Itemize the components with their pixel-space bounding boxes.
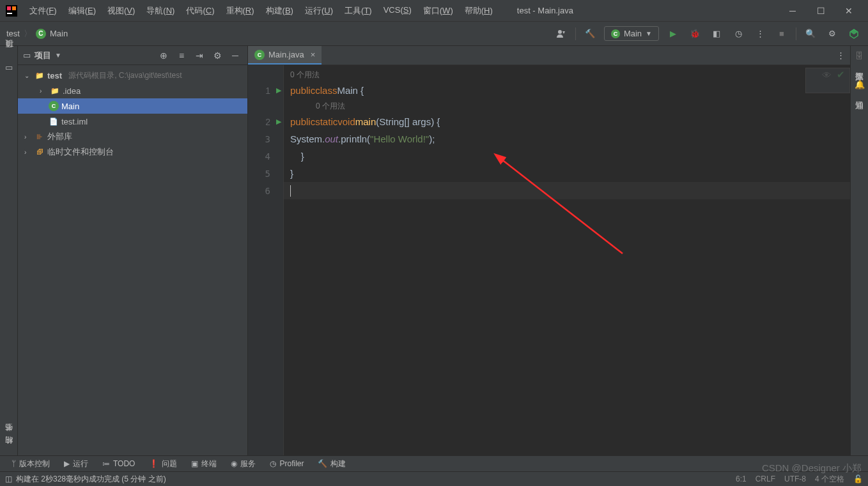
structure-tool-button[interactable]: 结构 bbox=[4, 445, 15, 455]
breadcrumb-file[interactable]: Main bbox=[50, 29, 68, 38]
minimap[interactable] bbox=[805, 68, 850, 93]
menu-文件[interactable]: 文件(F) bbox=[24, 3, 62, 19]
profile-icon[interactable]: ◷ bbox=[731, 26, 746, 42]
minimize-button[interactable]: ─ bbox=[785, 6, 800, 16]
bottom-tool-tabs: ᛘ版本控制 ▶运行 ≔TODO ❗问题 ▣终端 ◉服务 ◷Profiler 🔨构… bbox=[0, 455, 868, 471]
tree-file-main[interactable]: C Main bbox=[18, 98, 247, 114]
debug-icon[interactable]: 🐞 bbox=[687, 26, 702, 42]
editor-body[interactable]: 1▶ 2▶ 3 4 5 6 0 个用法 public class Main { … bbox=[248, 65, 850, 455]
close-button[interactable]: ✕ bbox=[841, 6, 856, 16]
usages-hint[interactable]: 0 个用法 bbox=[284, 99, 850, 113]
breadcrumb-project[interactable]: test bbox=[6, 29, 20, 38]
tree-folder-idea[interactable]: › 📁 .idea bbox=[18, 83, 247, 98]
usages-hint[interactable]: 0 个用法 bbox=[284, 68, 850, 82]
project-tool-icon[interactable]: ▭ bbox=[5, 63, 13, 72]
menu-视图[interactable]: 视图(V) bbox=[102, 3, 140, 19]
status-position[interactable]: 6:1 bbox=[736, 475, 747, 483]
tree-label: test bbox=[47, 71, 62, 80]
todo-tool-button[interactable]: ≔TODO bbox=[96, 457, 141, 470]
coverage-icon[interactable]: ◧ bbox=[709, 26, 724, 42]
codewithme-icon[interactable] bbox=[846, 26, 862, 42]
tree-external-libs[interactable]: › ⊪ 外部库 bbox=[18, 129, 247, 144]
gutter-run-icon[interactable]: ▶ bbox=[276, 118, 281, 126]
editor-tab-main[interactable]: C Main.java × bbox=[248, 46, 322, 65]
menu-工具[interactable]: 工具(T) bbox=[339, 3, 377, 19]
database-tool-button[interactable]: 数据库 bbox=[854, 61, 865, 71]
project-view-icon[interactable]: ▭ bbox=[23, 50, 31, 60]
chevron-down-icon[interactable]: ▼ bbox=[55, 52, 61, 59]
tree-file-iml[interactable]: 📄 test.iml bbox=[18, 114, 247, 129]
gutter-line[interactable]: 2▶ bbox=[248, 113, 283, 130]
stop-icon[interactable]: ■ bbox=[774, 26, 789, 42]
menu-代码[interactable]: 代码(C) bbox=[181, 3, 219, 19]
user-icon[interactable]: ▾ bbox=[554, 26, 569, 42]
gutter: 1▶ 2▶ 3 4 5 6 bbox=[248, 65, 284, 455]
vcs-tool-button[interactable]: ᛘ版本控制 bbox=[5, 457, 56, 471]
bell-icon[interactable]: 🔔 bbox=[855, 80, 865, 89]
close-tab-icon[interactable]: × bbox=[311, 50, 316, 59]
app-icon bbox=[5, 4, 18, 17]
toolwindow-toggle-icon[interactable]: ◫ bbox=[5, 475, 12, 483]
collapse-all-icon[interactable]: ⇥ bbox=[192, 50, 206, 61]
hammer-icon[interactable]: 🔨 bbox=[582, 26, 598, 42]
search-icon[interactable]: 🔍 bbox=[803, 26, 818, 42]
menu-窗口[interactable]: 窗口(W) bbox=[418, 3, 458, 19]
expand-arrow-icon[interactable]: › bbox=[24, 149, 32, 156]
gutter-line[interactable]: 6 bbox=[248, 182, 283, 199]
scratch-icon: 🗊 bbox=[35, 147, 45, 157]
profiler-tool-button[interactable]: ◷Profiler bbox=[263, 457, 310, 470]
svg-rect-2 bbox=[12, 6, 16, 10]
code-line[interactable]: System.out.println("Hello World!"); bbox=[284, 130, 850, 148]
menu-帮助[interactable]: 帮助(H) bbox=[460, 3, 498, 19]
select-opened-file-icon[interactable]: ⊕ bbox=[157, 50, 171, 61]
chevron-down-icon: ▼ bbox=[646, 30, 652, 37]
services-icon: ◉ bbox=[231, 459, 237, 468]
expand-arrow-icon[interactable]: ⌄ bbox=[24, 72, 32, 79]
gutter-line[interactable]: 5 bbox=[248, 165, 283, 182]
database-icon[interactable]: 🗄 bbox=[855, 51, 864, 61]
maximize-button[interactable]: ☐ bbox=[813, 6, 828, 16]
status-indent[interactable]: 4 个空格 bbox=[815, 474, 844, 485]
code-line-current[interactable] bbox=[284, 182, 850, 199]
project-tool-button[interactable]: 项目 bbox=[3, 49, 15, 59]
tab-actions-icon[interactable]: ⋮ bbox=[837, 46, 850, 65]
tree-label: test.iml bbox=[61, 117, 88, 126]
hide-panel-icon[interactable]: ─ bbox=[228, 50, 242, 61]
menu-VCS[interactable]: VCS(S) bbox=[378, 3, 417, 19]
settings-gear-icon[interactable]: ⚙ bbox=[825, 26, 840, 42]
code-line[interactable]: } bbox=[284, 165, 850, 182]
gutter-line[interactable]: 4 bbox=[248, 148, 283, 165]
bookmarks-tool-button[interactable]: 书签 bbox=[4, 432, 15, 443]
expand-arrow-icon[interactable]: › bbox=[24, 133, 32, 140]
run-icon[interactable]: ▶ bbox=[665, 26, 681, 42]
status-encoding[interactable]: UTF-8 bbox=[784, 475, 806, 483]
settings-gear-icon[interactable]: ⚙ bbox=[210, 50, 224, 61]
problems-tool-button[interactable]: ❗问题 bbox=[143, 457, 183, 471]
expand-arrow-icon[interactable]: › bbox=[40, 87, 47, 95]
expand-all-icon[interactable]: ≡ bbox=[174, 50, 189, 61]
menu-构建[interactable]: 构建(B) bbox=[261, 3, 298, 19]
tree-root[interactable]: ⌄ 📁 test 源代码根目录, C:\java\git\test\test bbox=[18, 68, 247, 83]
more-icon[interactable]: ⋮ bbox=[752, 26, 768, 42]
menu-运行[interactable]: 运行(U) bbox=[300, 3, 338, 19]
run-config-selector[interactable]: C Main ▼ bbox=[604, 26, 659, 41]
terminal-tool-button[interactable]: ▣终端 bbox=[185, 457, 223, 471]
run-tool-button[interactable]: ▶运行 bbox=[58, 457, 95, 471]
menu-导航[interactable]: 导航(N) bbox=[141, 3, 180, 19]
build-tool-button[interactable]: 🔨构建 bbox=[311, 457, 352, 471]
notifications-tool-button[interactable]: 通知 bbox=[854, 89, 865, 100]
services-tool-button[interactable]: ◉服务 bbox=[224, 457, 262, 471]
gutter-line[interactable]: 1▶ bbox=[248, 82, 283, 99]
menu-编辑[interactable]: 编辑(E) bbox=[63, 3, 101, 19]
gutter-run-icon[interactable]: ▶ bbox=[276, 86, 281, 95]
gutter-line[interactable]: 3 bbox=[248, 130, 283, 148]
status-line-separator[interactable]: CRLF bbox=[756, 475, 775, 483]
code-line[interactable]: public class Main { bbox=[284, 82, 850, 99]
code-line[interactable]: public static void main(String[] args) { bbox=[284, 113, 850, 130]
code-line[interactable]: } bbox=[284, 148, 850, 165]
java-class-icon: C bbox=[611, 29, 620, 38]
status-lock-icon[interactable]: 🔓 bbox=[853, 475, 863, 483]
menu-重构[interactable]: 重构(R) bbox=[221, 3, 260, 19]
code-area[interactable]: 0 个用法 public class Main { 0 个用法 public s… bbox=[284, 65, 850, 455]
tree-scratches[interactable]: › 🗊 临时文件和控制台 bbox=[18, 144, 247, 160]
